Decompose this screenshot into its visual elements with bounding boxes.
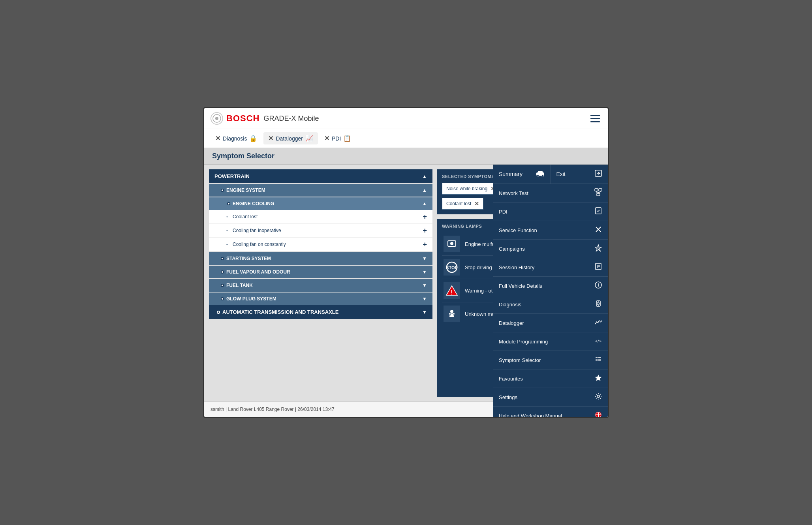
tree-item-cooling-fan-inop[interactable]: Cooling fan inoperative + [209, 224, 432, 238]
svg-point-13 [453, 313, 455, 315]
tab-datalogger[interactable]: ✕ Datalogger 📈 [263, 132, 318, 144]
tree-fuel-tank[interactable]: FUEL TANK ▼ [209, 279, 432, 292]
nav-settings-gear-icon [594, 392, 602, 402]
symptom-tag-coolant-lost[interactable]: Coolant lost ✕ [442, 198, 483, 210]
tree-engine-system[interactable]: ENGINE SYSTEM ▲ [209, 184, 432, 197]
svg-marker-15 [538, 171, 543, 172]
nav-service-function-icon [594, 225, 602, 235]
tree-starting-system[interactable]: STARTING SYSTEM ▼ [209, 252, 432, 265]
header: BOSCH GRADE-X Mobile [204, 108, 608, 129]
fuel-vapour-connector: FUEL VAPOUR AND ODOUR [221, 269, 290, 275]
remove-coolant-lost-button[interactable]: ✕ [474, 201, 479, 207]
svg-point-39 [597, 302, 600, 305]
nav-datalogger-icon [594, 318, 602, 328]
starting-system-connector: STARTING SYSTEM [221, 256, 271, 261]
add-coolant-lost-button[interactable]: + [423, 213, 427, 220]
nav-vehicle-details-icon: i [594, 281, 602, 291]
nav-full-vehicle-details-label: Full Vehicle Details [499, 283, 542, 289]
nav-summary-label: Summary [499, 171, 523, 177]
nav-summary-car-icon [536, 170, 545, 178]
svg-point-17 [541, 175, 543, 177]
nav-campaigns[interactable]: Campaigns ! [493, 240, 608, 258]
tab-icon-diagnosis: 🔒 [249, 135, 257, 142]
tree-fuel-vapour[interactable]: FUEL VAPOUR AND ODOUR ▼ [209, 266, 432, 278]
fuel-vapour-chevron-icon: ▼ [422, 269, 427, 275]
page-title: Symptom Selector [212, 152, 600, 160]
nav-help-workshop[interactable]: Help and Workshop Manual [493, 407, 608, 418]
warning-stop-driving-text: Stop driving [465, 264, 492, 270]
glow-plug-label: GLOW PLUG SYSTEM [226, 296, 276, 302]
nav-pdi-icon [594, 207, 602, 216]
symptom-coolant-lost-text: Coolant lost [446, 201, 471, 206]
nav-datalogger[interactable]: Datalogger [493, 314, 608, 332]
bosch-brand: BOSCH [226, 113, 259, 124]
tab-label-diagnosis: Diagnosis [223, 135, 247, 142]
nav-exit-icon [594, 169, 602, 179]
nav-favourites-label: Favourites [499, 376, 523, 382]
fuel-tank-connector: FUEL TANK [221, 283, 253, 288]
cooling-fan-constant-label: Cooling fan on constantly [233, 242, 286, 247]
nav-session-history[interactable]: Session History [493, 258, 608, 277]
symptom-tag-noise-braking[interactable]: Noise while braking ✕ [442, 183, 500, 195]
nav-diagnosis[interactable]: Diagnosis [493, 295, 608, 314]
engine-cooling-connector: ENGINE COOLING [227, 201, 274, 206]
nav-module-programming[interactable]: Module Programming </> [493, 332, 608, 351]
hamburger-menu-icon[interactable] [589, 112, 601, 125]
tree-dot-glow-icon [221, 297, 224, 300]
nav-diagnosis-icon [594, 300, 602, 309]
tree-engine-cooling[interactable]: ENGINE COOLING ▲ [209, 197, 432, 210]
tree-root-powertrain[interactable]: POWERTRAIN ▲ [209, 169, 432, 183]
svg-point-12 [449, 313, 451, 315]
tab-close-diagnosis[interactable]: ✕ [215, 135, 220, 142]
add-cooling-fan-constant-button[interactable]: + [423, 241, 427, 248]
nav-summary[interactable]: Summary [493, 165, 551, 184]
tree-item-coolant-lost[interactable]: Coolant lost + [209, 210, 432, 224]
chevron-up-icon: ▲ [422, 174, 427, 179]
nav-module-programming-label: Module Programming [499, 339, 548, 345]
svg-point-1 [215, 117, 218, 120]
warning-other-icon: ! [444, 282, 460, 299]
nav-pdi[interactable]: PDI [493, 202, 608, 221]
svg-marker-49 [595, 375, 602, 381]
header-left: BOSCH GRADE-X Mobile [211, 112, 319, 125]
tree-item-cooling-fan-constant[interactable]: Cooling fan on constantly + [209, 238, 432, 251]
engine-system-connector: ENGINE SYSTEM [221, 188, 265, 193]
add-cooling-fan-inop-button[interactable]: + [423, 227, 427, 234]
auto-trans-chevron-icon: ▼ [422, 309, 427, 315]
nav-favourites[interactable]: Favourites [493, 369, 608, 388]
symptom-noise-braking-text: Noise while braking [446, 186, 487, 191]
tab-diagnosis[interactable]: ✕ Diagnosis 🔒 [211, 132, 262, 144]
engine-malfunction-icon [444, 236, 460, 252]
nav-symptom-selector[interactable]: Symptom Selector [493, 351, 608, 369]
nav-exit[interactable]: Exit [551, 165, 608, 184]
auto-trans-connector: AUTOMATIC TRANSMISSION AND TRANSAXLE [217, 309, 338, 315]
tab-label-pdi: PDI [332, 135, 341, 142]
tree-glow-plug[interactable]: GLOW PLUG SYSTEM ▼ [209, 292, 432, 305]
nav-help-workshop-label: Help and Workshop Manual [499, 413, 562, 418]
tree-root-label: POWERTRAIN [214, 173, 250, 179]
nav-full-vehicle-details[interactable]: Full Vehicle Details i [493, 277, 608, 295]
svg-text:</>: </> [595, 339, 602, 343]
nav-settings[interactable]: Settings [493, 388, 608, 407]
nav-network-test-label: Network Test [499, 190, 528, 196]
nav-diagnosis-label: Diagnosis [499, 302, 521, 308]
tree-auto-transmission[interactable]: AUTOMATIC TRANSMISSION AND TRANSAXLE ▼ [209, 305, 432, 319]
tab-close-pdi[interactable]: ✕ [324, 135, 329, 142]
nav-campaigns-label: Campaigns [499, 246, 525, 252]
nav-settings-label: Settings [499, 394, 517, 400]
nav-session-history-icon [594, 262, 602, 272]
tree-dot-auto-icon [217, 311, 220, 314]
svg-point-9 [450, 310, 453, 313]
nav-network-test[interactable]: Network Test [493, 184, 608, 202]
nav-network-icon [594, 188, 602, 198]
tab-close-datalogger[interactable]: ✕ [268, 135, 273, 142]
tab-bar: ✕ Diagnosis 🔒 ✕ Datalogger 📈 ✕ PDI 📋 [204, 129, 608, 148]
nav-session-history-label: Session History [499, 264, 534, 270]
nav-service-function-label: Service Function [499, 227, 537, 233]
svg-rect-20 [595, 189, 598, 191]
tab-label-datalogger: Datalogger [276, 135, 303, 142]
nav-service-function[interactable]: Service Function [493, 221, 608, 240]
nav-symptom-selector-icon [594, 355, 602, 365]
tab-pdi[interactable]: ✕ PDI 📋 [320, 132, 356, 144]
starting-system-label: STARTING SYSTEM [226, 256, 271, 261]
